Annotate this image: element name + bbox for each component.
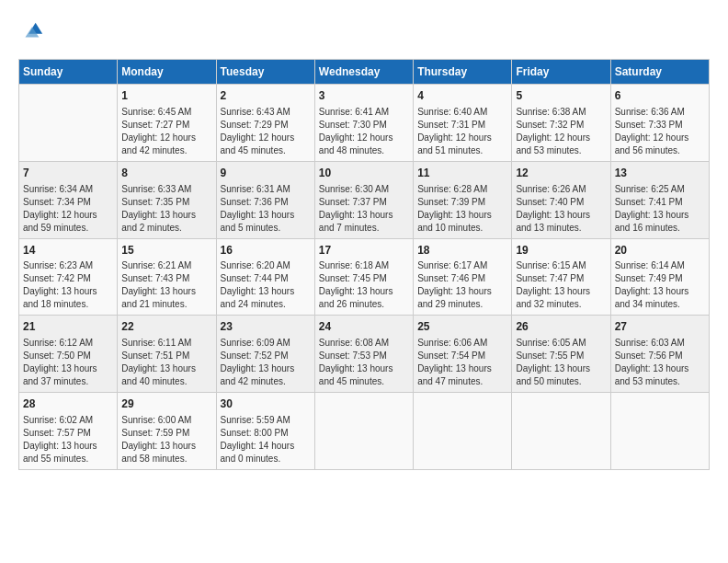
day-info: and 45 minutes.	[319, 375, 409, 388]
day-number: 11	[417, 166, 507, 181]
day-info: Sunrise: 6:09 AM	[221, 337, 311, 350]
day-info: and 21 minutes.	[121, 298, 211, 311]
day-info: Sunset: 7:51 PM	[121, 350, 211, 362]
week-row-1: 1Sunrise: 6:45 AMSunset: 7:27 PMDaylight…	[19, 85, 710, 162]
day-info: Sunrise: 6:12 AM	[23, 337, 113, 350]
day-number: 7	[23, 166, 113, 181]
calendar-cell: 27Sunrise: 6:03 AMSunset: 7:56 PMDayligh…	[610, 316, 709, 393]
logo-icon	[18, 18, 44, 44]
day-info: Sunset: 7:42 PM	[23, 272, 113, 285]
day-info: Sunset: 7:31 PM	[417, 119, 507, 132]
calendar-cell: 15Sunrise: 6:21 AMSunset: 7:43 PMDayligh…	[118, 238, 216, 316]
calendar-cell: 14Sunrise: 6:23 AMSunset: 7:42 PMDayligh…	[19, 238, 118, 316]
day-info: Daylight: 12 hours	[23, 209, 113, 222]
day-info: Daylight: 13 hours	[23, 440, 113, 453]
day-info: Daylight: 13 hours	[221, 362, 311, 375]
column-header-wednesday: Wednesday	[314, 60, 413, 85]
calendar-cell: 10Sunrise: 6:30 AMSunset: 7:37 PMDayligh…	[314, 161, 413, 238]
day-info: Sunset: 7:53 PM	[319, 350, 409, 362]
day-number: 16	[221, 243, 311, 259]
day-number: 8	[121, 166, 211, 181]
calendar-cell: 30Sunrise: 5:59 AMSunset: 8:00 PMDayligh…	[216, 393, 314, 470]
day-info: Daylight: 13 hours	[615, 285, 705, 298]
day-info: Daylight: 13 hours	[615, 209, 705, 222]
day-info: Daylight: 13 hours	[319, 209, 409, 222]
day-info: Sunset: 7:37 PM	[319, 196, 409, 209]
calendar-cell: 21Sunrise: 6:12 AMSunset: 7:50 PMDayligh…	[19, 316, 118, 393]
day-info: Sunset: 7:59 PM	[121, 427, 211, 440]
day-info: Sunrise: 6:05 AM	[516, 337, 606, 350]
calendar-cell: 13Sunrise: 6:25 AMSunset: 7:41 PMDayligh…	[610, 161, 709, 238]
day-info: Sunrise: 6:06 AM	[417, 337, 507, 350]
day-info: Daylight: 12 hours	[221, 132, 311, 144]
calendar-cell: 28Sunrise: 6:02 AMSunset: 7:57 PMDayligh…	[19, 393, 118, 470]
day-number: 26	[516, 319, 606, 335]
day-info: Sunrise: 6:30 AM	[319, 183, 409, 196]
day-info: and 37 minutes.	[23, 375, 113, 388]
day-info: Sunset: 7:47 PM	[516, 272, 606, 285]
day-info: Sunrise: 6:45 AM	[121, 106, 211, 119]
column-header-monday: Monday	[118, 60, 216, 85]
calendar-cell: 8Sunrise: 6:33 AMSunset: 7:35 PMDaylight…	[118, 161, 216, 238]
day-info: Daylight: 12 hours	[319, 132, 409, 144]
day-info: Daylight: 12 hours	[516, 132, 606, 144]
day-number: 15	[121, 243, 211, 259]
day-number: 20	[615, 243, 705, 259]
day-info: Daylight: 12 hours	[615, 132, 705, 144]
day-info: Sunrise: 5:59 AM	[221, 414, 311, 427]
calendar-cell	[314, 393, 413, 470]
day-info: Daylight: 13 hours	[221, 209, 311, 222]
calendar-cell: 7Sunrise: 6:34 AMSunset: 7:34 PMDaylight…	[19, 161, 118, 238]
day-info: Sunrise: 6:40 AM	[417, 106, 507, 119]
column-header-saturday: Saturday	[610, 60, 709, 85]
day-info: and 47 minutes.	[417, 375, 507, 388]
day-info: Daylight: 13 hours	[121, 285, 211, 298]
calendar-cell: 11Sunrise: 6:28 AMSunset: 7:39 PMDayligh…	[414, 161, 512, 238]
day-info: and 32 minutes.	[516, 298, 606, 311]
day-info: and 55 minutes.	[23, 453, 113, 465]
day-info: and 42 minutes.	[221, 375, 311, 388]
day-info: Sunrise: 6:23 AM	[23, 259, 113, 272]
day-info: Sunset: 7:52 PM	[221, 350, 311, 362]
day-info: Sunrise: 6:41 AM	[319, 106, 409, 119]
day-info: Sunset: 8:00 PM	[221, 427, 311, 440]
day-number: 5	[516, 88, 606, 104]
day-number: 25	[417, 319, 507, 335]
calendar-cell: 18Sunrise: 6:17 AMSunset: 7:46 PMDayligh…	[414, 238, 512, 316]
day-number: 9	[221, 166, 311, 181]
day-info: and 10 minutes.	[417, 222, 507, 235]
day-info: Sunrise: 6:18 AM	[319, 259, 409, 272]
day-number: 17	[319, 243, 409, 259]
day-number: 14	[23, 243, 113, 259]
day-info: Daylight: 13 hours	[319, 285, 409, 298]
day-number: 18	[417, 243, 507, 259]
day-info: Sunrise: 6:21 AM	[121, 259, 211, 272]
day-info: and 51 minutes.	[417, 144, 507, 157]
calendar-cell: 22Sunrise: 6:11 AMSunset: 7:51 PMDayligh…	[118, 316, 216, 393]
day-number: 19	[516, 243, 606, 259]
day-info: Sunset: 7:36 PM	[221, 196, 311, 209]
day-info: Sunset: 7:33 PM	[615, 119, 705, 132]
week-row-3: 14Sunrise: 6:23 AMSunset: 7:42 PMDayligh…	[19, 238, 710, 316]
day-info: and 48 minutes.	[319, 144, 409, 157]
calendar-cell: 16Sunrise: 6:20 AMSunset: 7:44 PMDayligh…	[216, 238, 314, 316]
calendar-cell	[19, 85, 118, 162]
logo	[18, 18, 48, 44]
day-info: Sunset: 7:46 PM	[417, 272, 507, 285]
day-number: 27	[615, 319, 705, 335]
day-number: 21	[23, 319, 113, 335]
calendar-cell: 5Sunrise: 6:38 AMSunset: 7:32 PMDaylight…	[512, 85, 610, 162]
day-info: Daylight: 13 hours	[121, 209, 211, 222]
day-info: Daylight: 13 hours	[516, 285, 606, 298]
day-info: Sunset: 7:35 PM	[121, 196, 211, 209]
day-info: Daylight: 13 hours	[23, 285, 113, 298]
day-info: Daylight: 12 hours	[417, 132, 507, 144]
day-info: Sunrise: 6:15 AM	[516, 259, 606, 272]
day-info: and 40 minutes.	[121, 375, 211, 388]
day-number: 6	[615, 88, 705, 104]
day-number: 2	[221, 88, 311, 104]
day-info: Daylight: 13 hours	[417, 285, 507, 298]
day-number: 24	[319, 319, 409, 335]
day-info: and 53 minutes.	[516, 144, 606, 157]
day-info: and 34 minutes.	[615, 298, 705, 311]
